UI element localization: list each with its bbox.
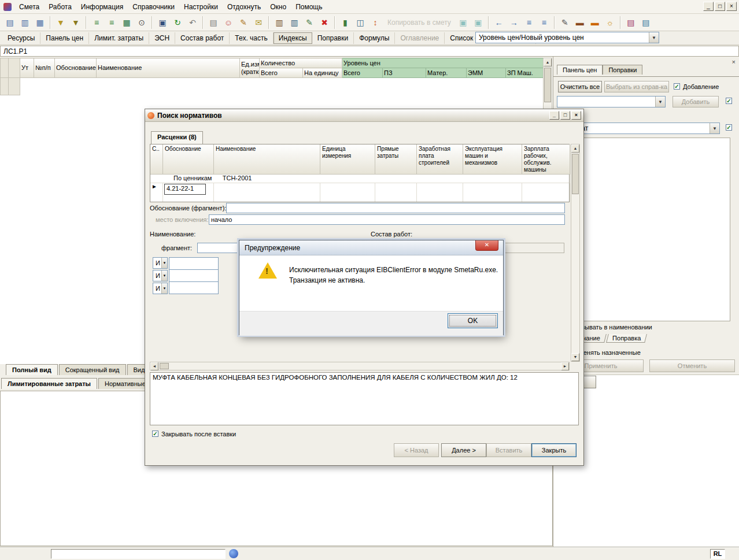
panel-tab[interactable]: Формулы (354, 32, 395, 44)
panel-tab[interactable]: Лимит. затраты (89, 32, 149, 44)
dialog-maximize-button[interactable]: □ (560, 111, 570, 120)
undo-icon[interactable]: ↶ (186, 16, 199, 29)
edit-note-icon[interactable]: ✎ (302, 16, 316, 29)
norm-name-memo[interactable]: МУФТА КАБЕЛЬНАЯ КОНЦЕВАЯ БЕЗ ГИДРОФОБНОГ… (150, 372, 579, 425)
menu-item[interactable]: Справочники (128, 1, 179, 13)
panel-tab[interactable]: ЭСН (149, 32, 175, 44)
results-column-header[interactable]: Единица измерения (320, 144, 375, 175)
panel-close-icon[interactable]: × (732, 58, 736, 65)
panel-tab[interactable]: Состав работ (175, 32, 230, 44)
results-column-header[interactable]: Эксплуатация машин и механизмов (463, 144, 522, 175)
overhead-icon[interactable]: ☼ (603, 16, 617, 29)
col-level-mat[interactable]: Матер. (426, 68, 467, 78)
panel-tool-button[interactable] (582, 376, 596, 388)
close-after-insert-checkbox[interactable] (152, 431, 158, 437)
list-left-icon[interactable]: ≡ (522, 16, 536, 29)
name-fragment-extra-input[interactable] (169, 281, 219, 294)
col-num[interactable]: №п/п (34, 58, 55, 78)
menu-item[interactable]: Информация (76, 1, 128, 13)
results-column-header[interactable]: Наименование (214, 144, 320, 175)
price-level-combo[interactable]: Уровень цен/Новый уровень цен ▼ (475, 32, 659, 43)
record-code-editor[interactable]: 4.21-22-1 (164, 184, 206, 195)
next-button[interactable]: Далее > (441, 443, 486, 457)
chart-icon[interactable]: ▮ (338, 16, 352, 29)
col-quantity[interactable]: Количество (260, 58, 342, 68)
price-panel-tab[interactable]: Панель цен (557, 65, 603, 75)
reference-books-icon[interactable]: ▤ (639, 16, 653, 29)
results-column-header[interactable]: Заработная плата строителей (417, 144, 463, 175)
chevron-down-icon[interactable]: ▼ (649, 32, 659, 43)
panel-tab[interactable]: Панель цен (40, 32, 89, 44)
and-operator-combo[interactable]: И▼ (153, 283, 168, 294)
maximize-button[interactable]: □ (715, 2, 725, 11)
price-panel-tab[interactable]: Поправки (603, 65, 642, 75)
panel-tab[interactable]: Поправки (312, 32, 354, 44)
comment-icon[interactable]: ✉ (252, 16, 265, 29)
adding-checkbox[interactable] (674, 83, 680, 90)
search-icon[interactable]: ⊙ (135, 16, 149, 29)
name-fragment-extra-input[interactable] (169, 269, 219, 282)
view-tab[interactable]: Сокращенный вид (59, 364, 126, 375)
dialog-minimize-button[interactable]: _ (549, 111, 559, 120)
col-name[interactable]: Наименование (97, 58, 240, 78)
menu-item[interactable]: Помощь (291, 1, 327, 13)
excel-export-icon[interactable]: ▦ (120, 16, 134, 29)
local-estimate-icon[interactable]: ▤ (3, 16, 17, 29)
machines-icon[interactable]: ▬ (588, 16, 602, 29)
insert-row-icon[interactable]: ▤ (206, 16, 220, 29)
rashmat-checkbox[interactable] (726, 124, 732, 131)
col-level-zpm[interactable]: ЗП Маш. (506, 68, 544, 78)
combo2-checkbox[interactable] (726, 98, 732, 104)
refresh-icon[interactable]: ↻ (171, 16, 184, 29)
report-icon[interactable]: ◫ (353, 16, 367, 29)
norm-books-icon[interactable]: ▤ (624, 16, 638, 29)
dialog-titlebar[interactable]: Поиск нормативов _ □ × (145, 109, 583, 122)
level-down-icon[interactable]: → (507, 16, 521, 29)
warning-close-button[interactable]: ✕ (475, 240, 498, 251)
include-place-input[interactable] (209, 214, 565, 225)
bottom-tab[interactable]: Лимитированные затраты (1, 378, 97, 389)
catalog-book-icon[interactable]: ▥ (287, 16, 301, 29)
warning-titlebar[interactable]: Предупреждение (239, 240, 503, 255)
menu-item[interactable]: Отдохнуть (223, 1, 265, 13)
correction-combo[interactable]: ▼ (557, 96, 666, 107)
tree-move-icon[interactable]: ≡ (105, 16, 119, 29)
close-dialog-button[interactable]: Закрыть (531, 443, 577, 457)
col-level-pz[interactable]: ПЗ (383, 68, 426, 78)
level-up-icon[interactable]: ← (492, 16, 506, 29)
dialog-vertical-scrollbar[interactable]: ▲ ▼ (571, 144, 580, 362)
object-estimate-icon[interactable]: ▥ (18, 16, 32, 29)
col-ut[interactable]: Ут (20, 58, 34, 78)
chevron-down-icon[interactable]: ▼ (710, 123, 719, 133)
view-tab[interactable]: Полный вид (6, 364, 58, 375)
menu-item[interactable]: Настройки (179, 1, 223, 13)
list-right-icon[interactable]: ≡ (537, 16, 551, 29)
name-fragment-extra-input[interactable] (169, 257, 219, 270)
save-icon[interactable]: ▣ (156, 16, 169, 29)
resources-icon[interactable]: ☺ (221, 16, 235, 29)
transport-icon[interactable]: ▬ (573, 16, 587, 29)
edit-position-icon[interactable]: ✎ (237, 16, 250, 29)
col-qty-total[interactable]: Всего (260, 68, 303, 78)
col-qty-unit[interactable]: На единицу (303, 68, 342, 78)
justification-fragment-input[interactable] (226, 203, 565, 213)
ok-button[interactable]: OK (448, 313, 498, 328)
tab-rates[interactable]: Расценки (8) (151, 131, 203, 144)
recalc-icon[interactable]: ↕ (368, 16, 382, 29)
col-price-level[interactable]: Уровень цен (342, 58, 544, 68)
and-operator-combo[interactable]: И▼ (153, 270, 168, 281)
summary-estimate-icon[interactable]: ▦ (33, 16, 47, 29)
tab-correction[interactable]: Поправка (606, 334, 647, 343)
price-book-icon[interactable]: ▥ (272, 16, 286, 29)
col-level-emm[interactable]: ЭММ (467, 68, 506, 78)
delete-icon[interactable]: ✖ (317, 16, 331, 29)
results-column-header[interactable]: Обоснование (163, 144, 214, 175)
results-column-header[interactable]: Прямые затраты (375, 144, 417, 175)
dialog-close-button[interactable]: × (571, 111, 581, 120)
minimize-button[interactable]: _ (703, 2, 714, 11)
draw-icon[interactable]: ✎ (558, 16, 572, 29)
close-button[interactable]: × (726, 2, 737, 11)
results-column-header[interactable]: Зарплата рабочих, обслужив. машины (522, 144, 570, 175)
search-results-table[interactable]: С..ОбоснованиеНаименованиеЕдиница измере… (150, 144, 570, 202)
col-justification[interactable]: Обоснование (55, 58, 97, 78)
